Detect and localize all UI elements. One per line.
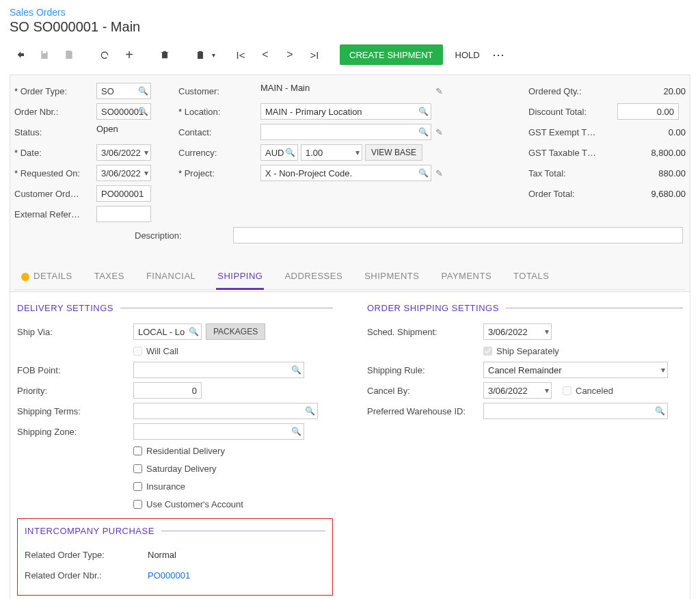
lookup-icon[interactable]: 🔍 bbox=[655, 406, 665, 416]
residential-checkbox[interactable] bbox=[133, 447, 142, 455]
order-type-label: Order Type: bbox=[14, 86, 96, 96]
description-label: Description: bbox=[14, 230, 233, 241]
back-icon[interactable] bbox=[10, 45, 30, 64]
form-header: Order Type: 🔍 Order Nbr.: 🔍 Status: Open… bbox=[10, 75, 690, 292]
lookup-icon[interactable]: 🔍 bbox=[305, 406, 315, 416]
pref-wh-input[interactable] bbox=[483, 403, 668, 419]
use-acct-checkbox[interactable] bbox=[133, 500, 142, 509]
delete-icon[interactable] bbox=[154, 45, 175, 64]
hold-button[interactable]: HOLD bbox=[447, 44, 488, 65]
caret-down-icon[interactable]: ▾ bbox=[355, 148, 360, 157]
sched-ship-input[interactable] bbox=[483, 323, 552, 340]
lookup-icon[interactable]: 🔍 bbox=[418, 107, 429, 116]
tab-taxes[interactable]: TAXES bbox=[93, 264, 126, 289]
more-actions[interactable]: ⋯ bbox=[492, 47, 506, 62]
fob-label: FOB Point: bbox=[17, 365, 133, 375]
edit-customer-icon[interactable]: ✎ bbox=[431, 86, 447, 96]
project-input[interactable] bbox=[260, 165, 431, 181]
create-shipment-button[interactable]: CREATE SHIPMENT bbox=[340, 44, 443, 65]
description-input[interactable] bbox=[233, 227, 683, 243]
related-type-label: Related Order Type: bbox=[25, 550, 148, 560]
clipboard-icon[interactable] bbox=[190, 45, 211, 64]
lookup-icon[interactable]: 🔍 bbox=[138, 107, 148, 116]
fob-input[interactable] bbox=[133, 362, 304, 378]
tax-total-label: Tax Total: bbox=[528, 168, 617, 178]
status-label: Status: bbox=[14, 127, 96, 137]
status-value: Open bbox=[96, 124, 122, 140]
related-nbr-label: Related Order Nbr.: bbox=[25, 570, 148, 581]
ship-rule-input[interactable] bbox=[483, 362, 668, 378]
ship-separately-checkbox bbox=[483, 347, 492, 356]
save-icon bbox=[34, 45, 55, 64]
tab-totals[interactable]: TOTALS bbox=[512, 264, 550, 289]
sched-ship-label: Sched. Shipment: bbox=[367, 327, 483, 337]
tab-shipping[interactable]: SHIPPING bbox=[216, 264, 264, 290]
residential-label: Residential Delivery bbox=[146, 446, 225, 456]
customer-ord-input[interactable] bbox=[96, 185, 151, 202]
related-nbr-link[interactable]: PO000001 bbox=[148, 570, 190, 581]
intercompany-title: INTERCOMPANY PURCHASE bbox=[25, 526, 325, 536]
location-input[interactable] bbox=[260, 103, 431, 120]
breadcrumb[interactable]: Sales Orders bbox=[10, 7, 690, 18]
saturday-label: Saturday Delivery bbox=[146, 464, 217, 474]
undo-icon[interactable] bbox=[94, 45, 115, 64]
tab-addresses[interactable]: ADDRESSES bbox=[283, 264, 344, 289]
insurance-checkbox[interactable] bbox=[133, 482, 142, 491]
caret-down-icon[interactable]: ▾ bbox=[212, 51, 215, 59]
ordered-qty-value: 20.00 bbox=[617, 86, 686, 96]
ship-terms-label: Shipping Terms: bbox=[17, 406, 133, 416]
intercompany-purchase-box: INTERCOMPANY PURCHASE Related Order Type… bbox=[17, 518, 333, 596]
external-ref-input[interactable] bbox=[96, 206, 151, 222]
date-input[interactable] bbox=[96, 144, 151, 161]
requested-on-input[interactable] bbox=[96, 165, 151, 181]
next-icon[interactable]: > bbox=[280, 45, 300, 64]
toolbar: + ▾ I< < > >I CREATE SHIPMENT HOLD ⋯ bbox=[10, 42, 690, 75]
priority-label: Priority: bbox=[17, 386, 133, 396]
edit-project-icon[interactable]: ✎ bbox=[431, 168, 447, 178]
tab-payments[interactable]: PAYMENTS bbox=[440, 264, 493, 289]
lookup-icon[interactable]: 🔍 bbox=[418, 168, 429, 178]
last-icon[interactable]: >I bbox=[304, 45, 325, 64]
first-icon[interactable]: I< bbox=[230, 45, 251, 64]
lookup-icon[interactable]: 🔍 bbox=[138, 86, 148, 96]
will-call-checkbox bbox=[133, 347, 142, 356]
cancel-by-input[interactable] bbox=[483, 382, 552, 399]
caret-down-icon[interactable]: ▾ bbox=[661, 365, 665, 375]
tab-financial[interactable]: FINANCIAL bbox=[145, 264, 197, 289]
packages-button[interactable]: PACKAGES bbox=[206, 323, 265, 340]
save-close-icon bbox=[59, 45, 79, 64]
add-icon[interactable]: + bbox=[119, 45, 139, 64]
ship-terms-input[interactable] bbox=[133, 403, 318, 419]
tab-shipments[interactable]: SHIPMENTS bbox=[363, 264, 420, 289]
lookup-icon[interactable]: 🔍 bbox=[418, 127, 429, 137]
caret-down-icon[interactable]: ▾ bbox=[545, 327, 549, 336]
tax-total-value: 880.00 bbox=[617, 168, 686, 178]
location-label: Location: bbox=[178, 107, 260, 117]
order-total-label: Order Total: bbox=[528, 189, 617, 199]
caret-down-icon[interactable]: ▾ bbox=[545, 386, 549, 395]
lookup-icon[interactable]: 🔍 bbox=[189, 327, 199, 336]
edit-contact-icon[interactable]: ✎ bbox=[431, 127, 447, 137]
external-ref-label: External Refer… bbox=[14, 209, 96, 219]
tab-details[interactable]: DETAILS bbox=[20, 264, 74, 289]
ship-rule-label: Shipping Rule: bbox=[367, 365, 483, 375]
currency-rate-input[interactable] bbox=[301, 144, 362, 161]
lookup-icon[interactable]: 🔍 bbox=[285, 148, 295, 157]
priority-input[interactable] bbox=[133, 382, 202, 399]
ship-via-label: Ship Via: bbox=[17, 327, 133, 337]
lookup-icon[interactable]: 🔍 bbox=[291, 365, 301, 375]
lookup-icon[interactable]: 🔍 bbox=[291, 427, 301, 436]
view-base-button[interactable]: VIEW BASE bbox=[365, 144, 422, 161]
ship-zone-input[interactable] bbox=[133, 423, 304, 440]
contact-input[interactable] bbox=[260, 124, 431, 140]
page-title: SO SO000001 - Main bbox=[10, 19, 690, 35]
clipboard-dropdown[interactable]: ▾ bbox=[190, 45, 215, 64]
contact-label: Contact: bbox=[178, 127, 260, 137]
caret-down-icon[interactable]: ▾ bbox=[144, 168, 148, 178]
prev-icon[interactable]: < bbox=[255, 45, 275, 64]
discount-total-input[interactable] bbox=[617, 103, 679, 120]
customer-ord-label: Customer Ord… bbox=[14, 189, 96, 199]
saturday-checkbox[interactable] bbox=[133, 464, 142, 473]
order-total-value: 9,680.00 bbox=[617, 189, 686, 199]
caret-down-icon[interactable]: ▾ bbox=[144, 148, 148, 157]
